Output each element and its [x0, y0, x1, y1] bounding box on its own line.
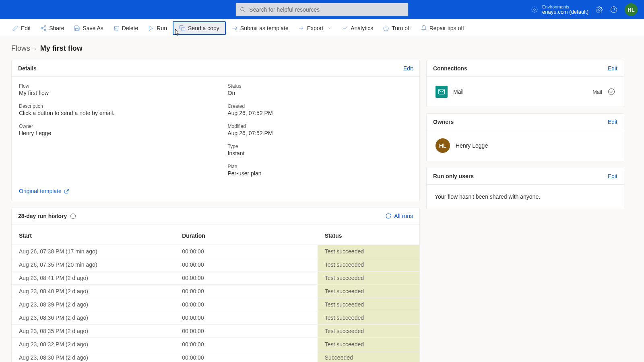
run-start: Aug 23, 08:30 PM (2 d ago) — [12, 351, 175, 362]
owners-edit-link[interactable]: Edit — [608, 119, 617, 125]
desc-value: Click a button to send a note by email. — [19, 110, 204, 116]
run-duration: 00:00:00 — [175, 298, 318, 311]
cmd-label: Submit as template — [240, 25, 289, 31]
runonly-text: Your flow hasn't been shared with anyone… — [434, 191, 617, 202]
orig-template-label: Original template — [19, 188, 62, 194]
settings-icon[interactable] — [596, 6, 603, 13]
breadcrumb-root[interactable]: Flows — [11, 44, 30, 53]
run-duration: 00:00:00 — [175, 258, 318, 272]
run-status: Test succeeded — [318, 298, 419, 311]
breadcrumb-current: My first flow — [40, 44, 83, 53]
flow-value: My first flow — [19, 90, 204, 96]
run-duration: 00:00:00 — [175, 285, 318, 298]
template-icon — [231, 25, 238, 31]
created-label: Created — [228, 103, 413, 109]
col-start[interactable]: Start — [12, 224, 175, 245]
bell-icon — [421, 25, 427, 31]
original-template-link[interactable]: Original template — [19, 188, 69, 194]
delete-button[interactable]: Delete — [109, 23, 142, 34]
repair-button[interactable]: Repair tips off — [417, 23, 468, 34]
table-row[interactable]: Aug 23, 08:39 PM (2 d ago) 00:00:00 Test… — [12, 298, 419, 311]
owners-title: Owners — [433, 119, 454, 125]
run-status: Test succeeded — [318, 285, 419, 298]
svg-line-16 — [66, 189, 68, 191]
search-box[interactable] — [235, 3, 409, 16]
cmd-label: Share — [49, 25, 64, 31]
svg-point-8 — [44, 29, 46, 31]
table-row[interactable]: Aug 23, 08:32 PM (2 d ago) 00:00:00 Test… — [12, 338, 419, 351]
run-history-card: 28-day run history All runs Start Durati… — [11, 208, 420, 362]
details-edit-link[interactable]: Edit — [403, 65, 413, 72]
send-copy-button[interactable]: Send a copy — [173, 21, 226, 35]
owners-card: Owners Edit HL Henry Legge — [426, 113, 624, 161]
svg-point-3 — [599, 9, 601, 11]
saveas-button[interactable]: Save As — [70, 23, 107, 34]
table-row[interactable]: Aug 23, 08:36 PM (2 d ago) 00:00:00 Test… — [12, 311, 419, 325]
connection-row[interactable]: Mail Mail — [434, 83, 617, 100]
svg-point-7 — [41, 27, 43, 29]
run-status: Test succeeded — [318, 325, 419, 338]
run-duration: 00:00:00 — [175, 325, 318, 338]
cmd-label: Save As — [83, 25, 103, 31]
svg-rect-12 — [182, 27, 185, 31]
plan-label: Plan — [228, 164, 413, 169]
run-start: Aug 23, 08:41 PM (2 d ago) — [12, 272, 175, 285]
run-duration: 00:00:00 — [175, 311, 318, 325]
runonly-title: Run only users — [433, 173, 474, 179]
table-row[interactable]: Aug 23, 08:40 PM (2 d ago) 00:00:00 Test… — [12, 285, 419, 298]
run-start: Aug 26, 07:35 PM (20 min ago) — [12, 258, 175, 272]
search-input[interactable] — [249, 6, 404, 13]
all-runs-label: All runs — [394, 213, 413, 219]
table-row[interactable]: Aug 23, 08:30 PM (2 d ago) 00:00:00 Succ… — [12, 351, 419, 362]
pencil-icon — [12, 25, 19, 31]
svg-point-6 — [44, 25, 46, 27]
submit-template-button[interactable]: Submit as template — [227, 23, 293, 34]
runonly-edit-link[interactable]: Edit — [608, 173, 617, 179]
owner-avatar: HL — [436, 138, 450, 153]
environment-picker[interactable]: Environments enayu.com (default) — [531, 4, 588, 15]
share-icon — [40, 25, 47, 31]
connections-edit-link[interactable]: Edit — [608, 65, 617, 72]
chevron-down-icon — [327, 26, 332, 31]
edit-button[interactable]: Edit — [8, 23, 35, 34]
environment-icon — [531, 6, 538, 13]
analytics-button[interactable]: Analytics — [338, 23, 377, 34]
env-name: enayu.com (default) — [542, 9, 588, 15]
table-row[interactable]: Aug 26, 07:38 PM (17 min ago) 00:00:00 T… — [12, 245, 419, 258]
owner-row[interactable]: HL Henry Legge — [434, 137, 617, 154]
col-status[interactable]: Status — [318, 224, 419, 245]
run-start: Aug 23, 08:36 PM (2 d ago) — [12, 311, 175, 325]
status-label: Status — [228, 83, 413, 89]
run-only-users-card: Run only users Edit Your flow hasn't bee… — [426, 168, 624, 209]
table-row[interactable]: Aug 23, 08:41 PM (2 d ago) 00:00:00 Test… — [12, 272, 419, 285]
col-duration[interactable]: Duration — [175, 224, 318, 245]
details-title: Details — [18, 65, 37, 72]
svg-point-2 — [534, 9, 536, 11]
run-duration: 00:00:00 — [175, 351, 318, 362]
turnoff-button[interactable]: Turn off — [379, 23, 415, 34]
run-button[interactable]: Run — [144, 23, 171, 34]
all-runs-link[interactable]: All runs — [385, 213, 413, 219]
svg-line-1 — [244, 10, 245, 12]
external-link-icon — [64, 189, 69, 194]
chart-icon — [342, 25, 348, 31]
svg-line-9 — [43, 27, 45, 28]
run-duration: 00:00:00 — [175, 338, 318, 351]
info-icon[interactable] — [70, 213, 76, 219]
search-icon — [240, 6, 246, 13]
run-status: Succeeded — [318, 351, 419, 362]
table-row[interactable]: Aug 26, 07:35 PM (20 min ago) 00:00:00 T… — [12, 258, 419, 272]
share-button[interactable]: Share — [36, 23, 68, 34]
run-duration: 00:00:00 — [175, 245, 318, 258]
cmd-label: Analytics — [351, 25, 373, 31]
user-avatar[interactable]: HL — [625, 3, 638, 16]
cmd-label: Run — [157, 25, 167, 31]
mail-icon — [436, 86, 448, 98]
help-icon[interactable] — [610, 6, 617, 13]
refresh-icon — [385, 213, 392, 219]
table-row[interactable]: Aug 23, 08:35 PM (2 d ago) 00:00:00 Test… — [12, 325, 419, 338]
export-button[interactable]: Export — [294, 23, 336, 34]
cmd-label: Turn off — [392, 25, 411, 31]
cmd-label: Delete — [122, 25, 138, 31]
play-icon — [148, 25, 154, 31]
